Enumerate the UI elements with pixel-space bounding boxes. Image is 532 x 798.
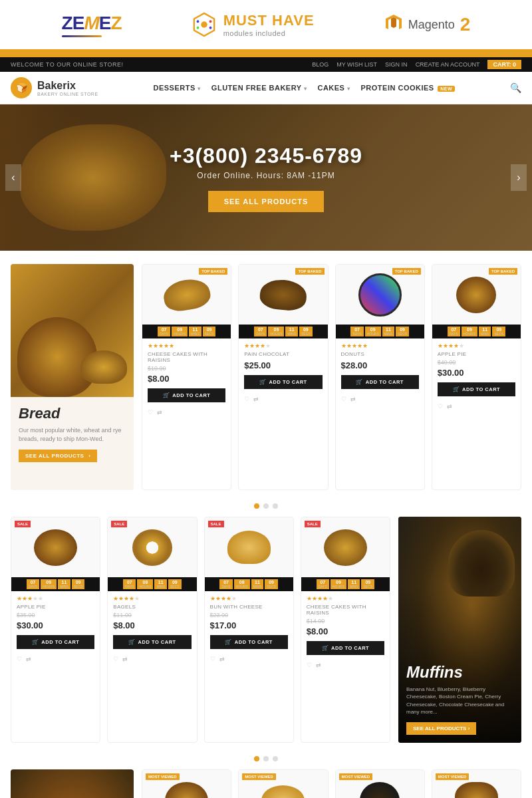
product-old-price-5: $23.00 <box>210 612 288 618</box>
compare-icon-5[interactable]: ⇄ <box>26 656 31 662</box>
cart-button[interactable]: CART: 0 <box>487 60 521 69</box>
dot-r2-3[interactable] <box>273 756 278 761</box>
hero-prev-arrow[interactable]: ‹ <box>5 164 21 191</box>
timer-bar-5: 07DAYS 09HOURS 11MINS 09SECS <box>11 577 100 591</box>
add-to-cart-bun[interactable]: 🛒 ADD TO CART <box>210 635 288 649</box>
wishlist-icon-2[interactable]: ♡ <box>244 396 249 402</box>
compare-icon-2[interactable]: ⇄ <box>253 396 259 402</box>
product-name-applepie2: APPLE PIE <box>17 604 94 610</box>
row2: SALE 07DAYS 09HOURS 11MINS 09SECS ★★★★★ … <box>11 517 521 743</box>
pie-visual <box>34 529 77 566</box>
svg-point-4 <box>196 27 199 29</box>
nav-links: DESSERTS ▾ GLUTEN FREE BAKERY ▾ CAKES ▾ … <box>154 84 456 92</box>
row2-products-grid: SALE 07DAYS 09HOURS 11MINS 09SECS ★★★★★ … <box>11 517 390 743</box>
add-to-cart-bagels[interactable]: 🛒 ADD TO CART <box>113 635 191 649</box>
product-info-painchocolat: ★★★★★ PAIN CHOCOLAT $25.00 🛒 ADD TO CART <box>239 338 327 393</box>
product-image-applepie2: SALE <box>11 517 100 577</box>
carousel-dots-2 <box>11 756 521 761</box>
must-have-badge: MUST HAVE modules included <box>192 12 315 37</box>
search-icon[interactable]: 🔍 <box>510 82 521 93</box>
row3: Bread Rolls Simply delicious bread rolls… <box>11 769 521 798</box>
most-viewed-badge-4: MOST VIEWED <box>436 773 469 780</box>
signin-link[interactable]: SIGN IN <box>385 61 408 68</box>
add-to-cart-painchocolat[interactable]: 🛒 ADD TO CART <box>244 375 322 389</box>
wishlist-icon-7[interactable]: ♡ <box>210 656 215 662</box>
most-viewed-badge-2: MOST VIEWED <box>242 773 276 780</box>
create-account-link[interactable]: CREATE AN ACCOUNT <box>416 61 480 68</box>
add-to-cart-applepie2[interactable]: 🛒 ADD TO CART <box>17 635 94 649</box>
product-image-raisin: MOST VIEWED <box>239 770 327 798</box>
product-price-cheesecake2: $8.00 <box>307 626 329 636</box>
timer-days: 07DAYS <box>158 327 170 336</box>
product-card-applepie1: TOP BAKED 07DAYS 09HOURS 11MINS 09SECS ★… <box>432 264 521 490</box>
product-price-bun: $17.00 <box>210 620 237 630</box>
store-topbar: WELCOME TO OUR ONLINE STORE! BLOG MY WIS… <box>0 57 532 72</box>
zemes-logo: ZEMEZ <box>62 13 122 37</box>
compare-icon-7[interactable]: ⇄ <box>219 656 225 662</box>
bread-see-all-button[interactable]: SEE ALL PRODUCTS › <box>19 450 97 462</box>
timer-secs: 09SECS <box>203 327 216 336</box>
cart-icon-4: 🛒 <box>453 386 460 392</box>
wishlist-link[interactable]: MY WISH LIST <box>336 61 377 68</box>
wishlist-icon-5[interactable]: ♡ <box>17 656 22 662</box>
product-price-bagels: $8.00 <box>113 620 135 630</box>
product-info-bagels: ★★★★★ BAGELS $11.00 $8.00 🛒 ADD TO CART <box>108 591 196 653</box>
muffins-see-all-button[interactable]: SEE ALL PRODUCTS › <box>406 722 476 735</box>
cart-icon: 🛒 <box>163 392 170 398</box>
wishlist-icon[interactable]: ♡ <box>148 409 153 416</box>
product-stars-3: ★★★★★ <box>341 342 419 349</box>
timer-bar-6: 07DAYS 08HOURS 11MINS 09SECS <box>108 577 196 591</box>
dot-2[interactable] <box>263 503 269 509</box>
wishlist-row-3: ♡ ⇄ <box>336 393 424 405</box>
new-badge: NEW <box>438 86 455 92</box>
svg-point-2 <box>196 20 199 23</box>
cart-icon-3: 🛒 <box>356 379 363 385</box>
orange-divider <box>0 52 532 57</box>
svg-point-5 <box>209 27 211 29</box>
muffins-body: Muffins Banana Nut, Blueberry, Blueberry… <box>398 655 521 743</box>
compare-icon-6[interactable]: ⇄ <box>122 656 128 662</box>
dot-3[interactable] <box>273 503 278 509</box>
nav-desserts[interactable]: DESSERTS ▾ <box>154 84 201 92</box>
nav-cakes[interactable]: CAKES ▾ <box>317 84 350 92</box>
product-image-applepie3: MOST VIEWED <box>142 770 231 798</box>
pretzel-visual <box>455 782 498 799</box>
compare-icon-8[interactable]: ⇄ <box>316 662 321 668</box>
compare-icon-4[interactable]: ⇄ <box>447 403 452 410</box>
painchocolat-visual <box>259 278 308 312</box>
add-to-cart-cheesecake[interactable]: 🛒 ADD TO CART <box>148 388 225 402</box>
product-card-bagels: SALE 07DAYS 08HOURS 11MINS 09SECS ★★★★★ … <box>107 517 197 743</box>
sale-badge-3: SALE <box>208 521 224 527</box>
add-to-cart-cheesecake2[interactable]: 🛒 ADD TO CART <box>307 641 384 655</box>
wishlist-row: ♡ ⇄ <box>142 406 231 418</box>
store-logo: 🍞 Bakerix BAKERY ONLINE STORE <box>11 77 98 98</box>
arrow-icon: › <box>88 453 90 459</box>
hero-next-arrow[interactable]: › <box>511 164 527 191</box>
dot-r2-1[interactable] <box>254 756 259 761</box>
product-old-price-2: $40.00 <box>438 359 515 366</box>
featured-bread-desc: Our most popular white, wheat and rye br… <box>19 426 126 443</box>
dot-r2-2[interactable] <box>263 756 269 761</box>
wishlist-icon-8[interactable]: ♡ <box>307 662 312 668</box>
product-image-donuts: TOP BAKED <box>336 265 424 325</box>
add-to-cart-applepie1[interactable]: 🛒 ADD TO CART <box>438 382 515 396</box>
hero-cta-button[interactable]: SEE ALL PRODUCTS <box>208 191 325 212</box>
blog-link[interactable]: BLOG <box>312 61 329 68</box>
magento-icon <box>384 13 403 37</box>
wishlist-icon-6[interactable]: ♡ <box>113 656 118 662</box>
add-to-cart-donuts[interactable]: 🛒 ADD TO CART <box>341 375 419 389</box>
compare-icon[interactable]: ⇄ <box>157 409 162 416</box>
product-name-painchocolat: PAIN CHOCOLAT <box>244 351 322 357</box>
product-name-bun: BUN WITH CHEESE <box>210 604 288 610</box>
wishlist-icon-4[interactable]: ♡ <box>438 403 443 410</box>
svg-point-3 <box>209 20 211 23</box>
compare-icon-3[interactable]: ⇄ <box>350 396 356 402</box>
product-stars: ★★★★★ <box>148 342 225 349</box>
wishlist-icon-3[interactable]: ♡ <box>341 396 346 402</box>
product-info-applepie2: ★★★★★ APPLE PIE $35.00 $30.00 🛒 ADD TO C… <box>11 591 100 653</box>
must-have-text: MUST HAVE modules included <box>223 12 315 37</box>
dot-1[interactable] <box>254 503 259 509</box>
bread-rolls-image <box>11 769 134 798</box>
nav-protein[interactable]: PROTEIN COOKIES NEW <box>361 84 456 92</box>
nav-glutenfree[interactable]: GLUTEN FREE BAKERY ▾ <box>211 84 307 92</box>
